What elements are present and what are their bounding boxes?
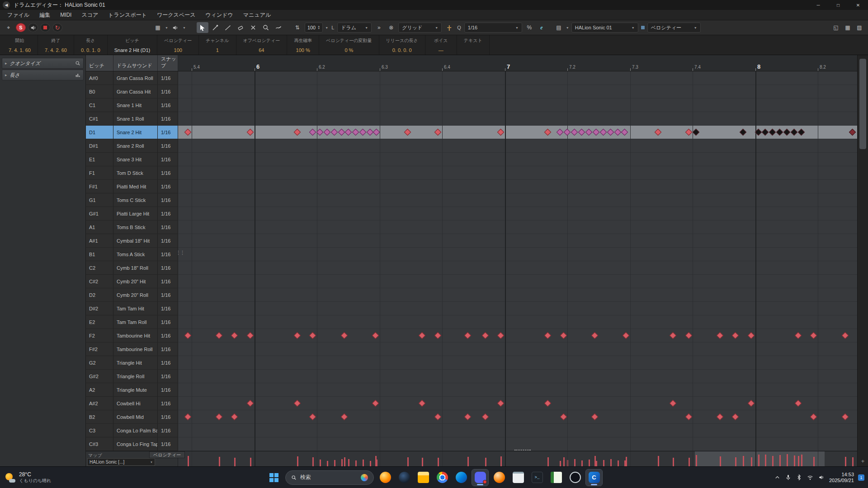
- info-field[interactable]: ベロシティー100: [157, 35, 199, 55]
- pitch-cell[interactable]: D2: [86, 288, 113, 301]
- chevron-down-icon[interactable]: ▼: [566, 26, 569, 29]
- drum-row-C#2[interactable]: C#2Cymb 20" Hit1/16: [86, 275, 178, 288]
- zoom-in-button[interactable]: +: [858, 458, 868, 465]
- pitch-cell[interactable]: C#1: [86, 112, 113, 125]
- pitch-cell[interactable]: E2: [86, 315, 113, 328]
- inspector-section-length[interactable]: ▸長さ: [2, 70, 84, 80]
- drum-row-F1[interactable]: F1Tom D Stick1/16: [86, 166, 178, 180]
- taskbar-app-steam[interactable]: [396, 469, 412, 486]
- info-field[interactable]: 長さ0. 0. 1. 0: [74, 35, 108, 55]
- snap-cell[interactable]: 1/16: [158, 248, 178, 261]
- minimize-button[interactable]: ─: [808, 0, 828, 10]
- sound-cell[interactable]: Cymbal 18" Hit: [113, 234, 158, 247]
- solo-button[interactable]: S: [16, 23, 26, 32]
- sound-cell[interactable]: Tom D Stick: [113, 166, 158, 179]
- velocity-bar[interactable]: [334, 460, 335, 466]
- info-field[interactable]: 開始7. 4. 1. 60: [2, 35, 38, 55]
- snap-cell[interactable]: 1/16: [158, 71, 178, 84]
- pitch-cell[interactable]: G1: [86, 193, 113, 206]
- snap-cell[interactable]: 1/16: [158, 112, 178, 125]
- velocity-bar[interactable]: [658, 456, 659, 466]
- pitch-cell[interactable]: F1: [86, 166, 113, 179]
- sound-cell[interactable]: Cymb 18" Roll: [113, 261, 158, 274]
- notification-badge[interactable]: 1: [858, 474, 864, 481]
- velocity-bar[interactable]: [485, 458, 486, 466]
- inspector-section-quantize[interactable]: ▸クオンタイズ: [2, 58, 84, 69]
- setup-toolbar-icon[interactable]: ▦: [843, 23, 853, 33]
- velocity-bar[interactable]: [348, 459, 349, 466]
- bluetooth-icon[interactable]: [796, 474, 802, 481]
- midi-input-icon[interactable]: ⊗: [386, 23, 396, 33]
- sound-cell[interactable]: Toms B Stick: [113, 221, 158, 234]
- velocity-bar[interactable]: [689, 458, 690, 466]
- info-field[interactable]: 終了7. 4. 2. 60: [38, 35, 74, 55]
- pin-icon[interactable]: ⌖: [4, 23, 14, 33]
- drum-row-C2[interactable]: C2Cymb 18" Roll1/16: [86, 261, 178, 275]
- taskbar-app-firefox[interactable]: [377, 469, 393, 486]
- iterative-quantize-icon[interactable]: %: [524, 23, 534, 33]
- sound-cell[interactable]: Snare 1 Hit: [113, 99, 158, 112]
- sound-cell[interactable]: Conga Lo Palm Bass: [113, 424, 158, 437]
- velocity-bar[interactable]: [735, 457, 736, 466]
- pitch-cell[interactable]: D#1: [86, 139, 113, 152]
- velocity-bar[interactable]: [751, 457, 752, 466]
- velocity-bar[interactable]: [375, 456, 377, 466]
- info-field[interactable]: テキスト: [457, 35, 490, 55]
- velocity-bar[interactable]: [422, 458, 423, 466]
- info-field[interactable]: ベロシティーの変動量0 %: [319, 35, 379, 55]
- sound-cell[interactable]: Toms C Stick: [113, 193, 158, 206]
- drum-row-C#1[interactable]: C#1Snare 1 Roll1/16: [86, 112, 178, 126]
- snap-cell[interactable]: 1/16: [158, 315, 178, 328]
- snap-cell[interactable]: 1/16: [158, 139, 178, 152]
- drum-row-A1[interactable]: A1Toms B Stick1/16: [86, 221, 178, 234]
- pitch-cell[interactable]: B2: [86, 410, 113, 423]
- snap-cell[interactable]: 1/16: [158, 370, 178, 383]
- editor-layout-icon[interactable]: ▨: [854, 23, 864, 33]
- timeline-ruler[interactable]: 5.466.26.36.477.27.37.488.2: [178, 55, 857, 71]
- info-field[interactable]: オフベロシティー64: [236, 35, 288, 55]
- controller-select[interactable]: ベロシティー ▼: [647, 23, 701, 33]
- velocity-bar[interactable]: [234, 458, 236, 466]
- velocity-bar[interactable]: [312, 457, 314, 466]
- sound-cell[interactable]: Cowbell Mid: [113, 410, 158, 423]
- snap-cell[interactable]: 1/16: [158, 221, 178, 234]
- drum-row-G1[interactable]: G1Toms C Stick1/16: [86, 193, 178, 207]
- velocity-bar[interactable]: [772, 456, 774, 466]
- velocity-bar[interactable]: [574, 459, 576, 466]
- velocity-bar[interactable]: [188, 456, 189, 466]
- weather-widget[interactable]: 28°C くもりのち晴れ: [5, 471, 51, 484]
- snap-cell[interactable]: 1/16: [158, 126, 178, 139]
- close-button[interactable]: ✕: [848, 0, 868, 10]
- pitch-cell[interactable]: C3: [86, 424, 113, 437]
- tool-zoom-button[interactable]: [260, 22, 272, 33]
- drum-row-G#1[interactable]: G#1Piatti Large Hit1/16: [86, 207, 178, 221]
- drum-row-B0[interactable]: B0Gran Cassa Hit1/16: [86, 85, 178, 99]
- velocity-lane[interactable]: [178, 451, 857, 466]
- sound-cell[interactable]: Cymb 20" Roll: [113, 288, 158, 301]
- start-button[interactable]: [266, 469, 282, 486]
- pitch-cell[interactable]: D#2: [86, 302, 113, 315]
- quantize-select[interactable]: 1/16 ▼: [464, 23, 522, 33]
- velocity-bar[interactable]: [407, 457, 409, 466]
- tool-line-button[interactable]: [222, 22, 234, 33]
- sound-cell[interactable]: Snare 2 Roll: [113, 139, 158, 152]
- drum-row-C3[interactable]: C3Conga Lo Palm Bass1/16: [86, 424, 178, 437]
- tool-object-selection-button[interactable]: [197, 22, 208, 33]
- snap-cell[interactable]: 1/16: [158, 180, 178, 193]
- velocity-bar[interactable]: [845, 457, 846, 466]
- velocity-bar[interactable]: [801, 455, 802, 466]
- tool-mute-button[interactable]: [247, 22, 259, 33]
- pitch-cell[interactable]: A#1: [86, 234, 113, 247]
- drum-row-G#2[interactable]: G#2Triangle Roll1/16: [86, 370, 178, 383]
- acoustic-feedback-button[interactable]: [28, 23, 38, 32]
- velocity-bar[interactable]: [618, 460, 619, 466]
- sound-cell[interactable]: Snare 2 Hit: [113, 126, 158, 139]
- drum-row-A#2[interactable]: A#2Cowbell Hi1/16: [86, 397, 178, 410]
- snap-cell[interactable]: 1/16: [158, 207, 178, 220]
- info-field[interactable]: リリースの長さ0. 0. 0. 0: [379, 35, 425, 55]
- sound-cell[interactable]: Snare 3 Hit: [113, 153, 158, 166]
- velocity-bar[interactable]: [219, 457, 220, 466]
- taskbar-app-explorer[interactable]: [415, 469, 431, 486]
- velocity-bar[interactable]: [341, 459, 343, 466]
- velocity-bar[interactable]: [813, 457, 815, 466]
